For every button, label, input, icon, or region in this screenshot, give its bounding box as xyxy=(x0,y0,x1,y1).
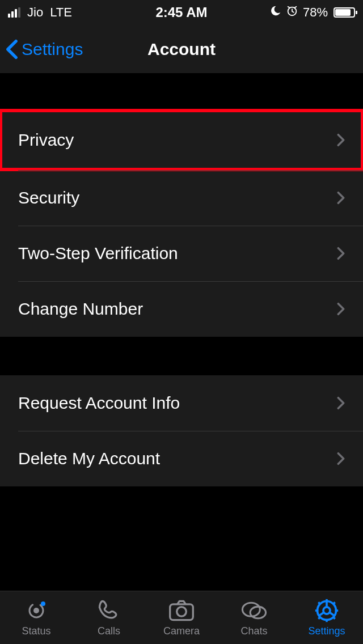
svg-line-16 xyxy=(318,617,320,619)
battery-percent: 78% xyxy=(303,5,328,20)
svg-point-3 xyxy=(41,601,45,606)
svg-line-19 xyxy=(330,612,335,616)
navigation-bar: Settings Account xyxy=(0,25,363,74)
gear-icon xyxy=(314,598,339,623)
tab-bar: Status Calls Camera Chats xyxy=(0,591,363,644)
chevron-left-icon xyxy=(6,39,18,60)
svg-line-15 xyxy=(333,617,335,619)
tab-chats[interactable]: Chats xyxy=(220,598,288,637)
phone-icon xyxy=(96,598,121,623)
carrier-label: Jio xyxy=(27,5,43,20)
chevron-right-icon xyxy=(337,191,345,205)
row-label: Security xyxy=(18,188,79,207)
svg-point-9 xyxy=(323,607,330,614)
svg-point-2 xyxy=(33,608,39,613)
row-label: Change Number xyxy=(18,299,143,319)
row-label: Request Account Info xyxy=(18,393,180,413)
battery-icon xyxy=(334,7,355,18)
chevron-right-icon xyxy=(337,133,345,147)
do-not-disturb-icon xyxy=(270,5,281,20)
request-account-info-row[interactable]: Request Account Info xyxy=(0,375,363,431)
account-section-1: Privacy Security Two-Step Verification C… xyxy=(0,110,363,337)
row-label: Delete My Account xyxy=(18,449,160,468)
row-label: Privacy xyxy=(18,130,74,150)
row-label: Two-Step Verification xyxy=(18,244,178,263)
svg-line-20 xyxy=(319,612,324,616)
change-number-row[interactable]: Change Number xyxy=(0,281,363,337)
privacy-row[interactable]: Privacy xyxy=(0,110,363,170)
status-left: Jio LTE xyxy=(8,5,72,20)
section-gap xyxy=(0,337,363,375)
signal-icon xyxy=(8,7,20,18)
tab-calls[interactable]: Calls xyxy=(75,598,143,637)
status-bar: Jio LTE 2:45 AM 78% xyxy=(0,0,363,25)
svg-point-7 xyxy=(250,607,265,618)
tab-label: Status xyxy=(22,625,50,637)
chevron-right-icon xyxy=(337,302,345,316)
security-row[interactable]: Security xyxy=(0,170,363,226)
tab-label: Settings xyxy=(308,625,345,637)
chats-icon xyxy=(240,598,268,623)
chevron-right-icon xyxy=(337,452,345,465)
svg-line-17 xyxy=(333,602,335,604)
tab-label: Calls xyxy=(98,625,120,637)
network-label: LTE xyxy=(50,5,72,20)
two-step-verification-row[interactable]: Two-Step Verification xyxy=(0,226,363,281)
tab-settings[interactable]: Settings xyxy=(293,598,361,637)
section-gap xyxy=(0,74,363,110)
back-label: Settings xyxy=(22,40,83,59)
back-button[interactable]: Settings xyxy=(0,39,83,60)
svg-point-5 xyxy=(177,607,187,617)
chevron-right-icon xyxy=(337,247,345,260)
tab-status[interactable]: Status xyxy=(2,598,70,637)
status-icon xyxy=(24,598,49,623)
delete-my-account-row[interactable]: Delete My Account xyxy=(0,431,363,486)
alarm-icon xyxy=(286,5,298,20)
tab-label: Chats xyxy=(240,625,267,637)
status-right: 78% xyxy=(270,5,355,20)
chevron-right-icon xyxy=(337,396,345,410)
svg-line-14 xyxy=(318,602,320,604)
camera-icon xyxy=(168,598,195,623)
tab-label: Camera xyxy=(163,625,200,637)
account-section-2: Request Account Info Delete My Account xyxy=(0,375,363,486)
tab-camera[interactable]: Camera xyxy=(147,598,216,637)
